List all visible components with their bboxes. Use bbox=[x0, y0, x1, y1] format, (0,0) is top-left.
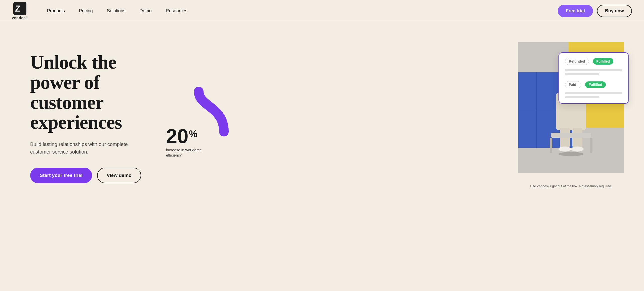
status-line-2 bbox=[565, 92, 622, 94]
svg-rect-17 bbox=[590, 138, 592, 153]
nav-resources[interactable]: Resources bbox=[159, 6, 194, 16]
nav-demo[interactable]: Demo bbox=[133, 6, 159, 16]
paid-badge: Paid bbox=[565, 81, 581, 88]
svg-rect-15 bbox=[551, 133, 591, 138]
nav-buy-now-button[interactable]: Buy now bbox=[597, 5, 632, 17]
hero-title: Unlock the power of customer experiences bbox=[30, 52, 161, 132]
hero-subtitle: Build lasting relationships with our com… bbox=[30, 140, 136, 156]
stat-description: increase in workforce efficiency bbox=[166, 147, 206, 158]
svg-rect-16 bbox=[550, 138, 552, 153]
hero-buttons: Start your free trial View demo bbox=[30, 168, 161, 183]
hero-right: 20% increase in workforce efficiency bbox=[171, 42, 624, 188]
stat-number: 20% bbox=[166, 126, 197, 146]
status-separator bbox=[565, 78, 622, 78]
status-row-1: Refunded Fulfilled bbox=[565, 58, 622, 65]
view-demo-button[interactable]: View demo bbox=[97, 168, 141, 183]
nav-free-trial-button[interactable]: Free trial bbox=[558, 5, 593, 17]
navigation: Z zendesk Products Pricing Solutions Dem… bbox=[0, 0, 644, 22]
logo-text: zendesk bbox=[12, 16, 28, 20]
status-line-1 bbox=[565, 69, 622, 71]
refunded-badge: Refunded bbox=[565, 58, 589, 65]
status-line-1b bbox=[565, 73, 599, 75]
status-card: Refunded Fulfilled Paid Fulfilled bbox=[558, 52, 629, 104]
nav-pricing[interactable]: Pricing bbox=[72, 6, 100, 16]
logo-link[interactable]: Z zendesk bbox=[12, 2, 28, 20]
nav-products[interactable]: Products bbox=[40, 6, 72, 16]
fulfilled-badge-1: Fulfilled bbox=[593, 58, 614, 65]
svg-text:Z: Z bbox=[15, 4, 20, 13]
status-row-2: Paid Fulfilled bbox=[565, 81, 622, 88]
svg-point-18 bbox=[558, 152, 584, 156]
svg-point-14 bbox=[571, 147, 584, 152]
stat-block: 20% increase in workforce efficiency bbox=[166, 126, 206, 158]
nav-solutions[interactable]: Solutions bbox=[100, 6, 133, 16]
svg-point-13 bbox=[558, 147, 571, 152]
start-trial-button[interactable]: Start your free trial bbox=[30, 168, 92, 183]
fulfilled-badge-2: Fulfilled bbox=[585, 81, 606, 88]
status-line-2b bbox=[565, 96, 599, 98]
nav-ctas: Free trial Buy now bbox=[558, 5, 632, 17]
zendesk-logo-icon: Z bbox=[13, 2, 26, 15]
hero-left: Unlock the power of customer experiences… bbox=[30, 42, 161, 183]
hero-section: Unlock the power of customer experiences… bbox=[0, 22, 644, 291]
nav-links: Products Pricing Solutions Demo Resource… bbox=[40, 6, 558, 16]
hero-caption: Use Zendesk right out of the box. No ass… bbox=[518, 184, 624, 188]
